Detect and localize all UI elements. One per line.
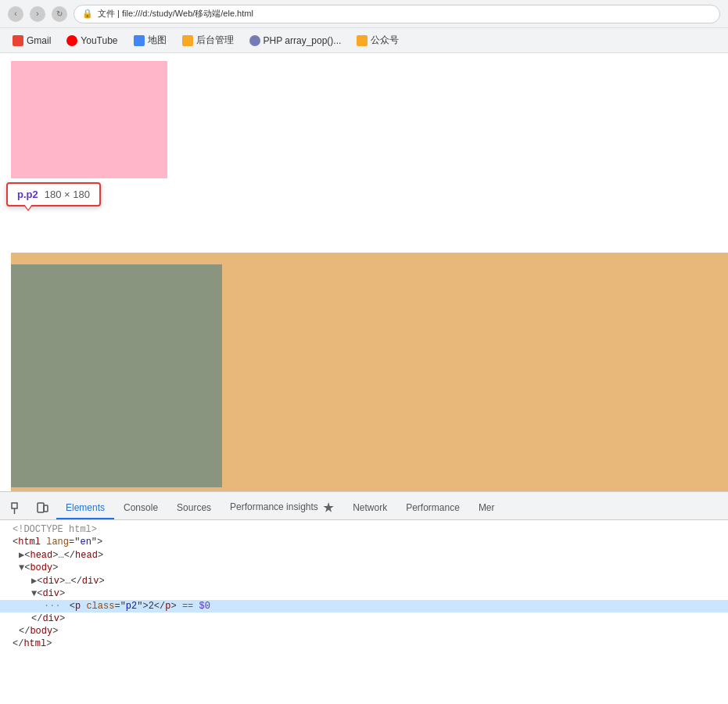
code-body-close: </body> [0,625,728,638]
browser-nav-bar: ‹ › ↻ 🔒 文件 | file:///d:/study/Web/移动端/el… [0,0,728,28]
bookmark-gmail[interactable]: Gmail [6,33,57,48]
bookmark-maps-label: 地图 [148,34,167,47]
tooltip-size: 180 × 180 [45,189,90,200]
devtools-panel: Elements Console Sources Performance ins… [0,491,728,704]
bookmark-youtube[interactable]: YouTube [60,33,124,48]
folder-icon-1 [182,35,193,46]
folder-icon-2 [357,35,368,46]
tab-elements[interactable]: Elements [56,497,114,519]
php-icon [249,35,260,46]
devtools-tabs: Elements Console Sources Performance ins… [0,492,728,520]
device-icon[interactable] [31,497,53,519]
tab-performance[interactable]: Performance [396,497,469,519]
reload-button[interactable]: ↻ [52,6,67,22]
element-tooltip: p.p2 180 × 180 [6,182,101,207]
tab-network[interactable]: Network [343,497,396,519]
tab-console[interactable]: Console [114,497,167,519]
inspect-icon[interactable] [6,497,28,519]
svg-rect-3 [44,505,48,512]
svg-rect-0 [12,503,17,508]
code-html[interactable]: <html lang="en"> [0,536,728,548]
youtube-icon [66,35,77,46]
forward-button[interactable]: › [30,6,45,22]
code-body-open[interactable]: ▼<body> [0,562,728,574]
tooltip-class: p.p2 [17,189,38,200]
url-bar[interactable]: 🔒 文件 | file:///d:/study/Web/移动端/ele.html [74,5,720,23]
code-div2-open[interactable]: ▼<div> [0,587,728,600]
bookmark-gzh-label: 公众号 [371,34,399,47]
bookmark-htadmin-label: 后台管理 [196,34,234,47]
bookmark-youtube-label: YouTube [81,35,117,46]
code-p-p2[interactable]: ··· <p class="p2">2</p> == $0 [0,600,728,612]
tab-more[interactable]: Mer [469,497,504,519]
devtools-code-area: <!DOCTYPE html> <html lang="en"> ▶<head>… [0,520,728,704]
page-content: 1 p.p2 180 × 180 2 [0,53,728,491]
code-div1[interactable]: ▶<div>…</div> [0,574,728,587]
bookmarks-bar: Gmail YouTube 地图 后台管理 PHP array_pop()...… [0,28,728,53]
code-doctype: <!DOCTYPE html> [0,523,728,536]
maps-icon [134,35,145,46]
code-div2-close: </div> [0,612,728,625]
code-head[interactable]: ▶<head>…</head> [0,548,728,562]
bookmark-php-label: PHP array_pop()... [264,35,342,46]
pink-box [11,61,167,178]
tab-sources[interactable]: Sources [167,497,221,519]
bookmark-maps[interactable]: 地图 [127,31,173,49]
back-button[interactable]: ‹ [8,6,23,22]
code-html-close: </html> [0,638,728,650]
svg-rect-2 [38,503,44,512]
gray-green-box [11,264,222,487]
tab-performance-insights[interactable]: Performance insights [221,497,343,519]
bookmark-htadmin[interactable]: 后台管理 [176,31,240,49]
gmail-icon [13,35,23,46]
url-text: 文件 | file:///d:/study/Web/移动端/ele.html [98,8,253,20]
performance-insights-badge [323,502,334,513]
bookmark-gzh[interactable]: 公众号 [350,31,405,49]
bookmark-gmail-label: Gmail [27,35,51,46]
bookmark-php[interactable]: PHP array_pop()... [243,33,348,48]
